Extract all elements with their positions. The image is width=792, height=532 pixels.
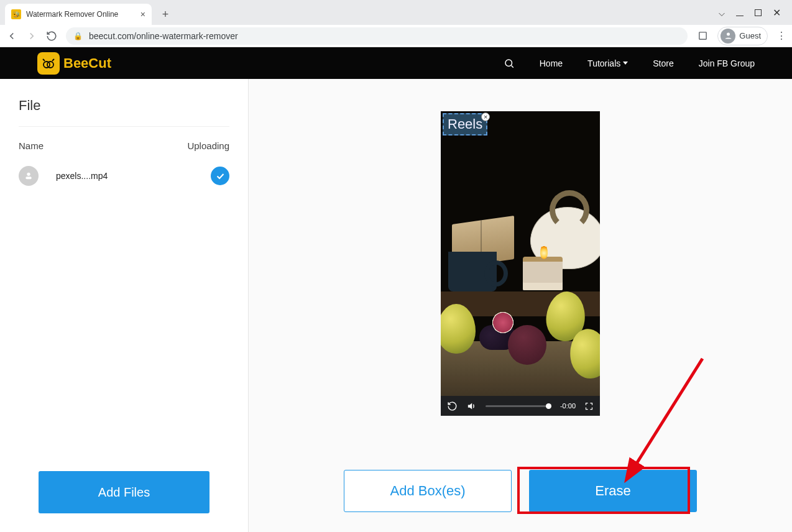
- svg-point-1: [727, 33, 730, 36]
- upload-success-icon: [211, 167, 229, 185]
- close-window-icon[interactable]: ✕: [773, 8, 781, 18]
- chevron-down-icon: [623, 62, 628, 65]
- window-controls: ✕: [719, 7, 792, 25]
- brand-name: BeeCut: [63, 55, 111, 71]
- time-remaining: -0:00: [560, 402, 576, 410]
- tab-title: Watermark Remover Online: [26, 10, 118, 19]
- add-boxes-button[interactable]: Add Box(es): [344, 470, 512, 512]
- file-list-header: Name Uploading: [19, 140, 229, 151]
- svg-rect-6: [25, 177, 31, 179]
- close-tab-icon[interactable]: ×: [140, 9, 145, 19]
- lock-icon: 🔒: [73, 32, 83, 40]
- svg-rect-0: [699, 32, 706, 39]
- file-name: pexels....mp4: [56, 171, 108, 181]
- extensions-icon[interactable]: [696, 30, 709, 41]
- kebab-menu-icon[interactable]: ⋮: [776, 30, 786, 42]
- nav-tutorials[interactable]: Tutorials: [587, 58, 628, 68]
- forward-icon[interactable]: [26, 30, 37, 42]
- video-frame[interactable]: Reels ×: [441, 111, 600, 396]
- guest-label: Guest: [739, 31, 761, 40]
- guest-avatar-icon: [721, 29, 735, 44]
- action-buttons: Add Box(es) Erase: [344, 470, 697, 512]
- video-controls: -0:00: [441, 396, 600, 416]
- site-nav: Home Tutorials Store Join FB Group: [504, 58, 755, 69]
- chevron-down-icon[interactable]: [719, 7, 725, 19]
- sidebar-title: File: [19, 98, 229, 127]
- nav-store[interactable]: Store: [653, 58, 673, 68]
- nav-tutorials-label: Tutorials: [587, 58, 620, 68]
- fullscreen-icon[interactable]: [584, 401, 594, 411]
- maximize-icon[interactable]: [755, 7, 762, 19]
- progress-slider[interactable]: [486, 405, 551, 407]
- editor-canvas: Reels × -0:00 Add Box(es) Erase: [249, 79, 792, 532]
- nav-home[interactable]: Home: [540, 58, 563, 68]
- watermark-selection-box[interactable]: Reels ×: [443, 113, 487, 135]
- video-still-illustration: [441, 111, 600, 396]
- file-type-icon: [19, 166, 39, 186]
- brand-logo[interactable]: BeeCut: [37, 52, 111, 75]
- svg-point-3: [47, 62, 53, 68]
- search-icon[interactable]: [504, 58, 515, 69]
- browser-toolbar: 🔒 beecut.com/online-watermark-remover Gu…: [0, 25, 792, 47]
- reload-icon[interactable]: [46, 30, 57, 42]
- video-preview: Reels × -0:00: [441, 111, 600, 416]
- logo-mark-icon: [37, 52, 60, 75]
- watermark-text: Reels: [448, 116, 482, 132]
- svg-line-7: [634, 359, 702, 467]
- annotation-arrow-icon: [609, 352, 715, 483]
- erase-button[interactable]: Erase: [529, 470, 697, 512]
- browser-titlebar: 🐝 Watermark Remover Online × + ✕: [0, 0, 792, 25]
- url-text: beecut.com/online-watermark-remover: [89, 31, 238, 41]
- col-name: Name: [19, 140, 44, 151]
- col-status: Uploading: [187, 140, 229, 151]
- svg-point-5: [27, 173, 30, 176]
- app-body: File Name Uploading pexels....mp4 Add Fi…: [0, 79, 792, 532]
- back-icon[interactable]: [6, 30, 17, 42]
- replay-icon[interactable]: [447, 401, 458, 411]
- browser-tab[interactable]: 🐝 Watermark Remover Online ×: [5, 4, 152, 25]
- address-bar[interactable]: 🔒 beecut.com/online-watermark-remover: [66, 27, 688, 45]
- nav-fb-group[interactable]: Join FB Group: [699, 58, 755, 68]
- file-row[interactable]: pexels....mp4: [19, 166, 229, 186]
- svg-point-4: [505, 60, 512, 66]
- site-header: BeeCut Home Tutorials Store Join FB Grou…: [0, 47, 792, 79]
- add-files-button[interactable]: Add Files: [39, 471, 210, 513]
- minimize-icon[interactable]: [736, 7, 744, 19]
- file-sidebar: File Name Uploading pexels....mp4 Add Fi…: [0, 79, 249, 532]
- volume-icon[interactable]: [466, 401, 477, 411]
- profile-chip[interactable]: Guest: [717, 27, 768, 45]
- tab-favicon: 🐝: [11, 9, 21, 19]
- new-tab-button[interactable]: +: [157, 6, 174, 23]
